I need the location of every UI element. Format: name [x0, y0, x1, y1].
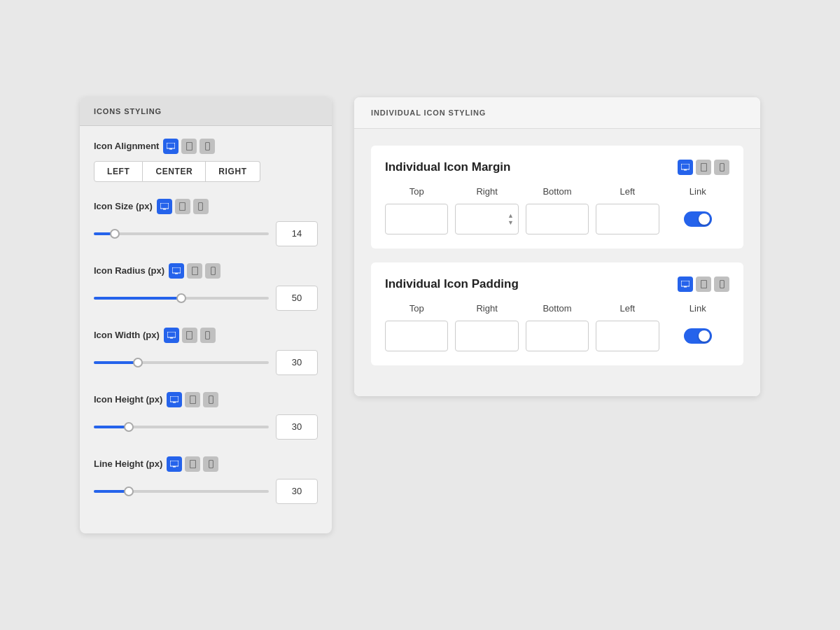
padding-grid: Top Right Bottom Left Link [385, 303, 729, 351]
width-label-row: Icon Width (px) [94, 328, 318, 343]
margin-right-label: Right [455, 186, 518, 197]
radius-desktop-btn[interactable] [169, 263, 184, 279]
margin-link-col [666, 211, 729, 227]
alignment-desktop-btn[interactable] [163, 139, 178, 154]
alignment-label: Icon Alignment [94, 141, 159, 151]
padding-desktop-btn[interactable] [678, 276, 693, 292]
height-mobile-btn[interactable] [203, 392, 218, 407]
line-height-mobile-btn[interactable] [203, 456, 218, 472]
padding-toggle-thumb [699, 330, 710, 342]
width-device-icons [164, 328, 216, 343]
margin-right-arrows: ▲ ▼ [507, 212, 514, 225]
margin-left-input[interactable] [596, 204, 659, 234]
margin-link-toggle[interactable] [684, 211, 712, 227]
line-height-tablet-btn[interactable] [185, 456, 200, 472]
size-label-row: Icon Size (px) [94, 199, 318, 214]
margin-device-icons [678, 160, 729, 175]
margin-right-input[interactable]: ▲ ▼ [455, 204, 518, 234]
padding-title-row: Individual Icon Padding [385, 276, 729, 292]
width-tablet-btn[interactable] [182, 328, 197, 343]
svg-rect-23 [209, 460, 213, 468]
desktop-icon [167, 143, 175, 150]
padding-link-col [666, 328, 729, 344]
width-slider[interactable] [94, 356, 269, 370]
alignment-mobile-btn[interactable] [200, 139, 215, 154]
padding-left-input[interactable] [596, 321, 659, 351]
svg-rect-0 [167, 143, 175, 148]
width-mobile-btn[interactable] [200, 328, 216, 343]
line-height-device-icons [167, 456, 218, 472]
margin-right-up-arrow[interactable]: ▲ [507, 212, 514, 218]
padding-section: Individual Icon Padding Top Right Bottom… [371, 262, 743, 365]
padding-device-icons [678, 276, 729, 292]
tablet-icon [186, 331, 192, 340]
svg-rect-7 [199, 202, 203, 210]
line-height-slider[interactable] [94, 484, 269, 498]
desktop-icon [681, 164, 690, 171]
size-device-icons [157, 199, 209, 214]
height-slider[interactable] [94, 420, 269, 434]
padding-bottom-input[interactable] [526, 321, 589, 351]
radius-slider-row: 50 [94, 286, 318, 311]
align-right-button[interactable]: RIGHT [206, 161, 260, 182]
margin-tablet-btn[interactable] [696, 160, 711, 175]
margin-title: Individual Icon Margin [385, 160, 671, 174]
radius-mobile-btn[interactable] [205, 263, 220, 279]
radius-slider[interactable] [94, 291, 269, 305]
desktop-icon [681, 281, 690, 288]
height-section: Icon Height (px) 30 [94, 392, 318, 440]
size-slider[interactable] [94, 227, 269, 241]
margin-top-input[interactable] [385, 204, 448, 234]
line-height-input[interactable]: 30 [276, 479, 318, 504]
margin-bottom-label: Bottom [526, 186, 589, 197]
margin-desktop-btn[interactable] [678, 160, 693, 175]
size-input[interactable]: 14 [276, 221, 318, 246]
height-label-row: Icon Height (px) [94, 392, 318, 407]
svg-rect-24 [681, 164, 690, 169]
padding-mobile-btn[interactable] [714, 276, 729, 292]
width-slider-row: 30 [94, 350, 318, 375]
tablet-icon [701, 163, 707, 172]
height-desktop-btn[interactable] [167, 392, 182, 407]
size-section: Icon Size (px) 14 [94, 199, 318, 246]
mobile-icon [198, 202, 203, 211]
line-height-desktop-btn[interactable] [167, 456, 182, 472]
height-tablet-btn[interactable] [185, 392, 200, 407]
height-label: Icon Height (px) [94, 394, 162, 405]
alignment-label-row: Icon Alignment [94, 139, 318, 154]
size-desktop-btn[interactable] [157, 199, 172, 214]
desktop-icon [167, 332, 176, 339]
tablet-icon [190, 396, 196, 404]
line-height-label: Line Height (px) [94, 458, 162, 469]
svg-rect-11 [211, 267, 215, 274]
margin-title-row: Individual Icon Margin [385, 160, 729, 175]
height-input[interactable]: 30 [276, 414, 318, 440]
alignment-buttons-group: LEFT CENTER RIGHT [94, 161, 318, 182]
margin-mobile-btn[interactable] [714, 160, 729, 175]
padding-tablet-btn[interactable] [696, 276, 711, 292]
svg-rect-1 [169, 148, 172, 150]
margin-left-label: Left [596, 186, 659, 197]
height-device-icons [167, 392, 218, 407]
size-mobile-btn[interactable] [193, 199, 209, 214]
alignment-tablet-btn[interactable] [181, 139, 197, 154]
margin-bottom-input[interactable] [526, 204, 589, 234]
align-center-button[interactable]: CENTER [143, 161, 206, 182]
padding-right-input[interactable] [455, 321, 518, 351]
svg-rect-29 [684, 286, 687, 288]
tablet-icon [190, 460, 196, 468]
mobile-icon [720, 280, 724, 288]
radius-device-icons [169, 263, 220, 279]
padding-link-toggle[interactable] [684, 328, 712, 344]
svg-rect-31 [720, 280, 724, 288]
width-input[interactable]: 30 [276, 350, 318, 375]
radius-tablet-btn[interactable] [187, 263, 202, 279]
icons-styling-panel: ICONS STYLING Icon Alignment [80, 97, 332, 533]
radius-input[interactable]: 50 [276, 286, 318, 311]
width-desktop-btn[interactable] [164, 328, 179, 343]
margin-right-down-arrow[interactable]: ▼ [507, 219, 514, 225]
align-left-button[interactable]: LEFT [94, 161, 143, 182]
padding-top-input[interactable] [385, 321, 448, 351]
size-tablet-btn[interactable] [175, 199, 190, 214]
svg-rect-27 [720, 163, 724, 171]
